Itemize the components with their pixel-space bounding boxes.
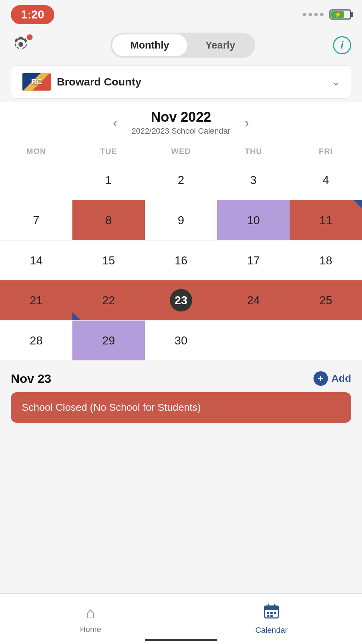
status-time: 1:20: [11, 5, 54, 24]
table-row[interactable]: 11: [290, 200, 362, 240]
calendar-icon: [264, 603, 279, 623]
table-row[interactable]: 28: [0, 321, 72, 360]
svg-rect-8: [270, 615, 273, 617]
table-row[interactable]: 7: [0, 200, 72, 240]
svg-rect-4: [267, 612, 269, 614]
svg-rect-1: [265, 606, 278, 610]
table-row[interactable]: 4: [290, 160, 362, 200]
day-mon: MON: [0, 147, 72, 156]
svg-rect-6: [274, 612, 276, 614]
table-row[interactable]: 2: [145, 160, 217, 200]
district-name: Broward County: [57, 76, 141, 88]
table-row[interactable]: 23: [145, 280, 217, 320]
table-row[interactable]: 30: [145, 321, 217, 360]
nav-home-label: Home: [80, 625, 101, 634]
table-row[interactable]: 3: [217, 160, 290, 200]
svg-rect-5: [270, 612, 273, 614]
next-month-button[interactable]: ›: [237, 116, 256, 130]
day-thu: THU: [217, 147, 290, 156]
table-row[interactable]: 9: [145, 200, 217, 240]
event-card[interactable]: School Closed (No School for Students): [11, 392, 351, 423]
calendar-week-3: 14 15 16 17 18: [0, 240, 362, 280]
table-row[interactable]: 10: [217, 200, 290, 240]
yearly-toggle[interactable]: Yearly: [187, 34, 253, 56]
corner-triangle-bottom-icon: [72, 312, 80, 320]
info-icon-text: i: [341, 39, 344, 51]
event-section: Nov 23 + Add School Closed (No School fo…: [0, 363, 362, 428]
chevron-down-icon: ⌄: [332, 76, 340, 88]
today-badge: 23: [170, 289, 192, 311]
nav-calendar[interactable]: Calendar: [181, 594, 362, 644]
prev-month-button[interactable]: ‹: [106, 116, 124, 130]
table-row[interactable]: [0, 160, 72, 200]
signal-dot-4: [320, 13, 324, 16]
table-row[interactable]: 14: [0, 241, 72, 280]
calendar-days-header: MON TUE WED THU FRI: [0, 139, 362, 160]
table-row[interactable]: 1: [72, 160, 145, 200]
table-row[interactable]: 15: [72, 241, 145, 280]
monthly-toggle[interactable]: Monthly: [112, 34, 187, 56]
signal-dot-2: [308, 13, 312, 16]
battery-fill: ⚡: [331, 11, 344, 18]
day-fri: FRI: [290, 147, 362, 156]
calendar-week-5: 28 29 30: [0, 320, 362, 360]
event-date-title: Nov 23: [11, 372, 51, 386]
calendar-week-2: 7 8 9 10 11: [0, 200, 362, 240]
calendar-header: ‹ Nov 2022 2022/2023 School Calendar ›: [0, 102, 362, 139]
event-text: School Closed (No School for Students): [22, 402, 201, 413]
table-row[interactable]: 8: [72, 200, 145, 240]
table-row[interactable]: 25: [290, 280, 362, 320]
bottom-nav: ⌂ Home Calendar: [0, 593, 362, 644]
district-logo: BC: [22, 73, 51, 91]
home-icon: ⌂: [86, 604, 96, 622]
nav-home[interactable]: ⌂ Home: [0, 594, 181, 644]
signal-dots: [303, 13, 324, 16]
info-button[interactable]: i: [333, 36, 351, 54]
table-row[interactable]: 24: [217, 280, 290, 320]
battery-bolt: ⚡: [334, 11, 341, 18]
add-label: Add: [332, 373, 351, 384]
status-bar: 1:20 ⚡: [0, 0, 362, 29]
day-tue: TUE: [72, 147, 145, 156]
district-selector[interactable]: BC Broward County ⌄: [11, 65, 351, 99]
status-right: ⚡: [303, 9, 351, 20]
nav-calendar-label: Calendar: [255, 626, 287, 635]
settings-button[interactable]: [11, 34, 33, 56]
event-header: Nov 23 + Add: [11, 371, 351, 386]
add-circle-icon: +: [313, 371, 328, 386]
calendar-week-4: 21 22 23 24 25: [0, 280, 362, 320]
day-wed: WED: [145, 147, 217, 156]
table-row[interactable]: 29: [72, 321, 145, 360]
district-logo-text: BC: [31, 77, 42, 87]
table-row[interactable]: 17: [217, 241, 290, 280]
svg-rect-7: [267, 615, 269, 617]
calendar-grid: 1 2 3 4 7 8 9 10 11 14 15 16 17 18 21 22…: [0, 160, 362, 360]
signal-dot-1: [303, 13, 306, 16]
month-info: Nov 2022 2022/2023 School Calendar: [132, 109, 231, 136]
table-row[interactable]: 16: [145, 241, 217, 280]
add-event-button[interactable]: + Add: [313, 371, 351, 386]
table-row[interactable]: 21: [0, 280, 72, 320]
corner-triangle-icon: [354, 200, 362, 208]
table-row[interactable]: 18: [290, 241, 362, 280]
table-row[interactable]: [290, 321, 362, 360]
signal-dot-3: [314, 13, 318, 16]
table-row[interactable]: [217, 321, 290, 360]
calendar-week-1: 1 2 3 4: [0, 160, 362, 200]
table-row[interactable]: 22: [72, 280, 145, 320]
school-year: 2022/2023 School Calendar: [132, 126, 231, 136]
settings-badge: [27, 34, 33, 40]
month-title: Nov 2022: [132, 109, 231, 125]
district-left: BC Broward County: [22, 73, 141, 91]
battery-icon: ⚡: [329, 9, 351, 20]
home-indicator: [145, 639, 217, 641]
month-nav: ‹ Nov 2022 2022/2023 School Calendar ›: [11, 109, 351, 136]
top-bar: Monthly Yearly i: [0, 29, 362, 62]
view-toggle: Monthly Yearly: [110, 33, 255, 58]
